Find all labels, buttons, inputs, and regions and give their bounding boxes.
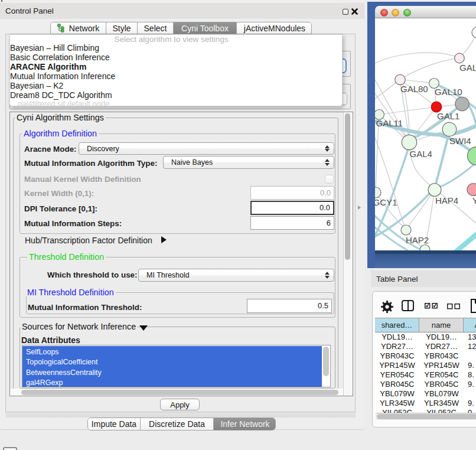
svg-text:GAL4: GAL4 xyxy=(410,149,432,159)
svg-text:GAL10: GAL10 xyxy=(435,87,462,97)
svg-text:GAL1: GAL1 xyxy=(437,111,459,121)
svg-text:GCY1: GCY1 xyxy=(375,197,397,207)
svg-text:GAL2: GAL2 xyxy=(459,63,476,73)
svg-text:Y: Y xyxy=(472,195,476,206)
svg-text:GAL80: GAL80 xyxy=(400,84,428,94)
svg-text:HAP4: HAP4 xyxy=(435,195,458,206)
svg-text:GAL11: GAL11 xyxy=(376,118,403,128)
svg-text:SWI4: SWI4 xyxy=(449,136,471,146)
svg-text:HAP2: HAP2 xyxy=(406,235,429,245)
